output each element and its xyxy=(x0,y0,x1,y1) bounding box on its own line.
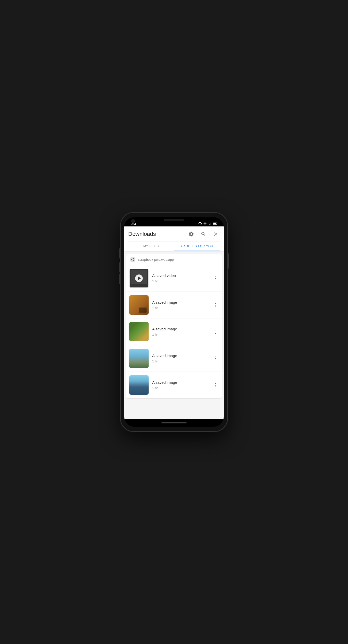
app-header: Downloads xyxy=(124,226,224,251)
source-header: scrapbook-pwa.web.app xyxy=(126,254,222,265)
more-vert-icon: ⋮ xyxy=(213,356,218,361)
item-info: A saved image 1 hr xyxy=(152,380,209,390)
video-thumbnail xyxy=(130,269,148,287)
status-bar: 3:31 xyxy=(124,217,224,226)
item-time: 1 hr xyxy=(152,279,209,283)
tab-articles-for-you[interactable]: ARTICLES FOR YOU xyxy=(174,241,220,251)
item-thumbnail-img4 xyxy=(129,375,149,395)
close-button[interactable] xyxy=(212,230,220,238)
image-thumbnail-3 xyxy=(129,349,149,368)
more-vert-icon: ⋮ xyxy=(213,302,218,308)
phone-frame: 3:31 xyxy=(121,213,227,431)
item-thumbnail-video xyxy=(129,269,149,288)
item-thumbnail-img2 xyxy=(129,322,149,341)
item-time: 1 hr xyxy=(152,386,209,390)
item-menu-button[interactable]: ⋮ xyxy=(212,274,219,282)
phone-bottom-bar xyxy=(124,419,224,427)
item-info: A saved image 1 hr xyxy=(152,300,209,310)
gear-icon xyxy=(188,231,194,237)
item-menu-button[interactable]: ⋮ xyxy=(212,328,219,335)
play-triangle-icon xyxy=(138,276,141,280)
item-title: A saved image xyxy=(152,380,209,385)
tabs: MY FILES ARTICLES FOR YOU xyxy=(128,241,220,251)
item-thumbnail-img3 xyxy=(129,349,149,368)
item-info: A saved image 1 hr xyxy=(152,327,209,336)
camera xyxy=(131,219,135,223)
close-icon xyxy=(213,231,218,237)
play-button-icon xyxy=(135,274,143,282)
item-time: 1 hr xyxy=(152,306,209,310)
item-info: A saved image 1 hr xyxy=(152,354,209,363)
item-menu-button[interactable]: ⋮ xyxy=(212,301,219,309)
search-button[interactable] xyxy=(199,230,208,238)
app-title: Downloads xyxy=(128,231,156,237)
content-area[interactable]: scrapbook-pwa.web.app A saved xyxy=(124,251,224,419)
status-icons xyxy=(198,222,218,225)
source-name: scrapbook-pwa.web.app xyxy=(138,258,174,262)
item-menu-button[interactable]: ⋮ xyxy=(212,381,219,389)
battery-icon xyxy=(213,222,218,225)
tab-my-files[interactable]: MY FILES xyxy=(128,241,174,251)
signal-icon xyxy=(208,222,212,225)
item-title: A saved image xyxy=(152,300,209,304)
item-title: A saved image xyxy=(152,354,209,358)
more-vert-icon: ⋮ xyxy=(213,275,218,281)
svg-rect-1 xyxy=(213,223,216,224)
item-title: A saved image xyxy=(152,327,209,331)
home-indicator xyxy=(161,422,187,423)
list-item: A saved image 1 hr ⋮ xyxy=(126,372,222,398)
settings-button[interactable] xyxy=(187,230,195,238)
image-thumbnail-1 xyxy=(129,295,149,315)
wifi-icon xyxy=(203,222,207,225)
more-vert-icon: ⋮ xyxy=(213,329,218,334)
app-header-top: Downloads xyxy=(128,230,220,238)
list-item: A saved image 1 hr ⋮ xyxy=(126,318,222,345)
search-icon xyxy=(201,231,206,237)
list-item: A saved image 1 hr ⋮ xyxy=(126,345,222,372)
more-vert-icon: ⋮ xyxy=(213,382,218,388)
list-item: A saved video 1 hr ⋮ xyxy=(126,265,222,292)
phone-screen: 3:31 xyxy=(124,217,224,427)
header-actions xyxy=(187,230,220,238)
item-time: 1 hr xyxy=(152,333,209,336)
item-menu-button[interactable]: ⋮ xyxy=(212,355,219,362)
vibrate-icon xyxy=(198,222,202,225)
list-item: A saved image 1 hr ⋮ xyxy=(126,292,222,318)
item-time: 1 hr xyxy=(152,359,209,363)
app-screen: Downloads xyxy=(124,226,224,419)
item-thumbnail-img1 xyxy=(129,295,149,315)
share-icon xyxy=(131,258,134,261)
item-title: A saved video xyxy=(152,273,209,278)
image-thumbnail-2 xyxy=(129,322,149,341)
source-share-icon xyxy=(130,257,135,262)
source-card: scrapbook-pwa.web.app A saved xyxy=(126,254,222,398)
image-thumbnail-4 xyxy=(129,375,149,395)
item-info: A saved video 1 hr xyxy=(152,273,209,283)
